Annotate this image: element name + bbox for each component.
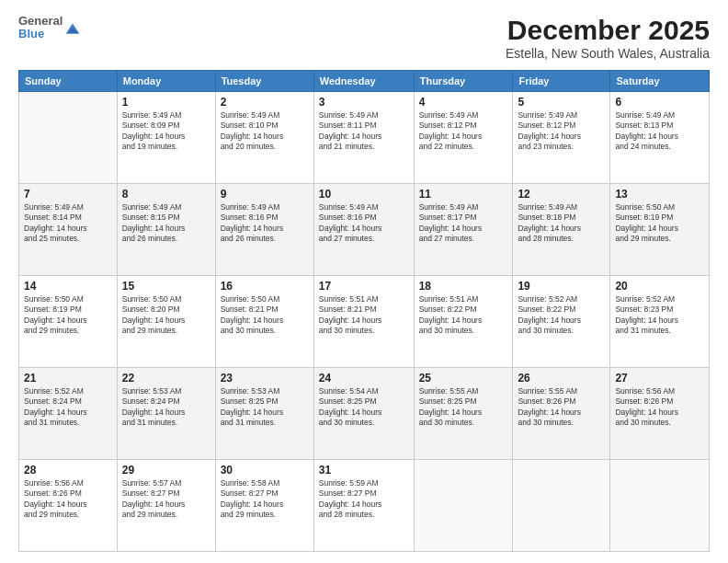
cell-day-number: 23 [221, 372, 309, 385]
calendar-cell: 17Sunrise: 5:51 AM Sunset: 8:21 PM Dayli… [313, 276, 414, 368]
cell-info-text: Sunrise: 5:55 AM Sunset: 8:25 PM Dayligh… [419, 386, 508, 429]
cell-info-text: Sunrise: 5:52 AM Sunset: 8:24 PM Dayligh… [24, 386, 112, 429]
calendar-row: 28Sunrise: 5:56 AM Sunset: 8:26 PM Dayli… [19, 460, 710, 552]
calendar-cell: 7Sunrise: 5:49 AM Sunset: 8:14 PM Daylig… [19, 184, 118, 276]
calendar-header: SundayMondayTuesdayWednesdayThursdayFrid… [19, 71, 710, 92]
cell-info-text: Sunrise: 5:49 AM Sunset: 8:11 PM Dayligh… [319, 110, 409, 153]
calendar-cell: 29Sunrise: 5:57 AM Sunset: 8:27 PM Dayli… [117, 460, 215, 552]
cell-info-text: Sunrise: 5:49 AM Sunset: 8:13 PM Dayligh… [615, 110, 704, 153]
cell-info-text: Sunrise: 5:55 AM Sunset: 8:26 PM Dayligh… [518, 386, 605, 429]
cell-info-text: Sunrise: 5:57 AM Sunset: 8:27 PM Dayligh… [122, 478, 210, 521]
cell-info-text: Sunrise: 5:50 AM Sunset: 8:19 PM Dayligh… [615, 202, 704, 245]
cell-info-text: Sunrise: 5:50 AM Sunset: 8:21 PM Dayligh… [221, 294, 309, 337]
calendar-row: 1Sunrise: 5:49 AM Sunset: 8:09 PM Daylig… [19, 92, 710, 184]
cell-day-number: 3 [319, 96, 409, 109]
logo: General Blue [18, 15, 81, 41]
calendar-cell [414, 460, 513, 552]
page-subtitle: Estella, New South Wales, Australia [506, 46, 710, 61]
cell-info-text: Sunrise: 5:54 AM Sunset: 8:25 PM Dayligh… [319, 386, 409, 429]
cell-info-text: Sunrise: 5:49 AM Sunset: 8:10 PM Dayligh… [221, 110, 309, 153]
cell-day-number: 30 [221, 464, 309, 477]
header-cell-friday: Friday [513, 71, 610, 92]
calendar-cell: 11Sunrise: 5:49 AM Sunset: 8:17 PM Dayli… [414, 184, 513, 276]
calendar-cell: 9Sunrise: 5:49 AM Sunset: 8:16 PM Daylig… [215, 184, 313, 276]
cell-info-text: Sunrise: 5:49 AM Sunset: 8:15 PM Dayligh… [122, 202, 210, 245]
cell-day-number: 21 [24, 372, 112, 385]
calendar-cell: 14Sunrise: 5:50 AM Sunset: 8:19 PM Dayli… [19, 276, 118, 368]
header: General Blue December 2025 Estella, New … [18, 15, 710, 61]
cell-info-text: Sunrise: 5:49 AM Sunset: 8:09 PM Dayligh… [122, 110, 210, 153]
cell-day-number: 31 [319, 464, 409, 477]
cell-day-number: 6 [615, 96, 704, 109]
calendar-cell [19, 92, 118, 184]
calendar-cell: 24Sunrise: 5:54 AM Sunset: 8:25 PM Dayli… [313, 368, 414, 460]
cell-info-text: Sunrise: 5:59 AM Sunset: 8:27 PM Dayligh… [319, 478, 409, 521]
calendar-cell [513, 460, 610, 552]
header-row: SundayMondayTuesdayWednesdayThursdayFrid… [19, 71, 710, 92]
cell-info-text: Sunrise: 5:49 AM Sunset: 8:16 PM Dayligh… [319, 202, 409, 245]
cell-day-number: 2 [221, 96, 309, 109]
calendar-cell [610, 460, 710, 552]
calendar-cell: 2Sunrise: 5:49 AM Sunset: 8:10 PM Daylig… [215, 92, 313, 184]
calendar-cell: 4Sunrise: 5:49 AM Sunset: 8:12 PM Daylig… [414, 92, 513, 184]
header-cell-thursday: Thursday [414, 71, 513, 92]
cell-info-text: Sunrise: 5:53 AM Sunset: 8:24 PM Dayligh… [122, 386, 210, 429]
cell-day-number: 20 [615, 280, 704, 293]
calendar: SundayMondayTuesdayWednesdayThursdayFrid… [18, 70, 710, 552]
cell-info-text: Sunrise: 5:50 AM Sunset: 8:20 PM Dayligh… [122, 294, 210, 337]
logo-line1: General [18, 15, 63, 28]
cell-info-text: Sunrise: 5:49 AM Sunset: 8:17 PM Dayligh… [419, 202, 508, 245]
calendar-cell: 20Sunrise: 5:52 AM Sunset: 8:23 PM Dayli… [610, 276, 710, 368]
calendar-cell: 28Sunrise: 5:56 AM Sunset: 8:26 PM Dayli… [19, 460, 118, 552]
cell-info-text: Sunrise: 5:52 AM Sunset: 8:23 PM Dayligh… [615, 294, 704, 337]
cell-info-text: Sunrise: 5:49 AM Sunset: 8:12 PM Dayligh… [518, 110, 605, 153]
cell-day-number: 1 [122, 96, 210, 109]
header-cell-tuesday: Tuesday [215, 71, 313, 92]
calendar-cell: 3Sunrise: 5:49 AM Sunset: 8:11 PM Daylig… [313, 92, 414, 184]
cell-info-text: Sunrise: 5:53 AM Sunset: 8:25 PM Dayligh… [221, 386, 309, 429]
calendar-cell: 6Sunrise: 5:49 AM Sunset: 8:13 PM Daylig… [610, 92, 710, 184]
logo-line2: Blue [18, 28, 63, 40]
calendar-cell: 31Sunrise: 5:59 AM Sunset: 8:27 PM Dayli… [313, 460, 414, 552]
calendar-cell: 19Sunrise: 5:52 AM Sunset: 8:22 PM Dayli… [513, 276, 610, 368]
cell-info-text: Sunrise: 5:52 AM Sunset: 8:22 PM Dayligh… [518, 294, 605, 337]
calendar-row: 21Sunrise: 5:52 AM Sunset: 8:24 PM Dayli… [19, 368, 710, 460]
cell-info-text: Sunrise: 5:50 AM Sunset: 8:19 PM Dayligh… [24, 294, 112, 337]
cell-day-number: 5 [518, 96, 605, 109]
cell-info-text: Sunrise: 5:49 AM Sunset: 8:16 PM Dayligh… [221, 202, 309, 245]
cell-info-text: Sunrise: 5:56 AM Sunset: 8:26 PM Dayligh… [615, 386, 704, 429]
calendar-cell: 30Sunrise: 5:58 AM Sunset: 8:27 PM Dayli… [215, 460, 313, 552]
cell-info-text: Sunrise: 5:58 AM Sunset: 8:27 PM Dayligh… [221, 478, 309, 521]
calendar-cell: 22Sunrise: 5:53 AM Sunset: 8:24 PM Dayli… [117, 368, 215, 460]
cell-info-text: Sunrise: 5:49 AM Sunset: 8:14 PM Dayligh… [24, 202, 112, 245]
calendar-cell: 18Sunrise: 5:51 AM Sunset: 8:22 PM Dayli… [414, 276, 513, 368]
calendar-row: 7Sunrise: 5:49 AM Sunset: 8:14 PM Daylig… [19, 184, 710, 276]
logo-text: General Blue [18, 15, 63, 41]
header-cell-wednesday: Wednesday [313, 71, 414, 92]
cell-day-number: 29 [122, 464, 210, 477]
calendar-cell: 1Sunrise: 5:49 AM Sunset: 8:09 PM Daylig… [117, 92, 215, 184]
cell-day-number: 11 [419, 188, 508, 201]
logo-icon [64, 20, 81, 37]
cell-day-number: 8 [122, 188, 210, 201]
page-title: December 2025 [506, 15, 710, 46]
cell-info-text: Sunrise: 5:49 AM Sunset: 8:12 PM Dayligh… [419, 110, 508, 153]
calendar-cell: 23Sunrise: 5:53 AM Sunset: 8:25 PM Dayli… [215, 368, 313, 460]
calendar-row: 14Sunrise: 5:50 AM Sunset: 8:19 PM Dayli… [19, 276, 710, 368]
calendar-body: 1Sunrise: 5:49 AM Sunset: 8:09 PM Daylig… [19, 92, 710, 552]
calendar-cell: 26Sunrise: 5:55 AM Sunset: 8:26 PM Dayli… [513, 368, 610, 460]
cell-day-number: 19 [518, 280, 605, 293]
cell-day-number: 17 [319, 280, 409, 293]
calendar-cell: 12Sunrise: 5:49 AM Sunset: 8:18 PM Dayli… [513, 184, 610, 276]
calendar-cell: 5Sunrise: 5:49 AM Sunset: 8:12 PM Daylig… [513, 92, 610, 184]
cell-day-number: 10 [319, 188, 409, 201]
cell-day-number: 26 [518, 372, 605, 385]
cell-day-number: 12 [518, 188, 605, 201]
cell-day-number: 9 [221, 188, 309, 201]
cell-day-number: 28 [24, 464, 112, 477]
calendar-cell: 8Sunrise: 5:49 AM Sunset: 8:15 PM Daylig… [117, 184, 215, 276]
calendar-cell: 16Sunrise: 5:50 AM Sunset: 8:21 PM Dayli… [215, 276, 313, 368]
cell-day-number: 22 [122, 372, 210, 385]
calendar-cell: 27Sunrise: 5:56 AM Sunset: 8:26 PM Dayli… [610, 368, 710, 460]
cell-day-number: 15 [122, 280, 210, 293]
